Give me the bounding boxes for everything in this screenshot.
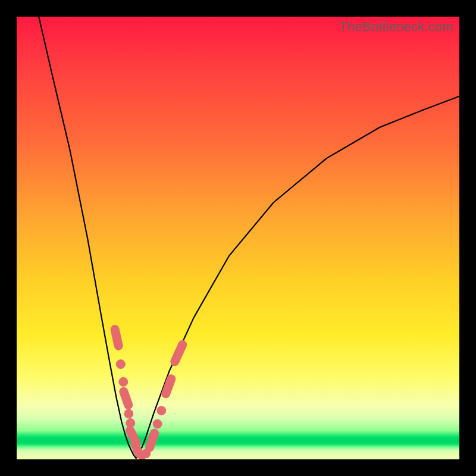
bead-capsule xyxy=(150,433,155,447)
bead-dot xyxy=(116,360,125,369)
plot-area: TheBottleneck.com xyxy=(17,17,459,459)
highlight-beads xyxy=(115,330,183,459)
bead-capsule xyxy=(115,330,118,346)
bead-dot xyxy=(157,406,166,415)
bead-dot xyxy=(124,409,133,418)
bead-capsule xyxy=(175,345,183,361)
bead-capsule xyxy=(124,392,129,405)
bead-dot xyxy=(153,419,162,428)
bead-dot xyxy=(119,377,128,386)
right-branch-curve xyxy=(136,96,459,459)
curve-layer xyxy=(17,17,459,459)
chart-frame: TheBottleneck.com xyxy=(0,0,476,476)
bead-capsule xyxy=(166,379,171,394)
